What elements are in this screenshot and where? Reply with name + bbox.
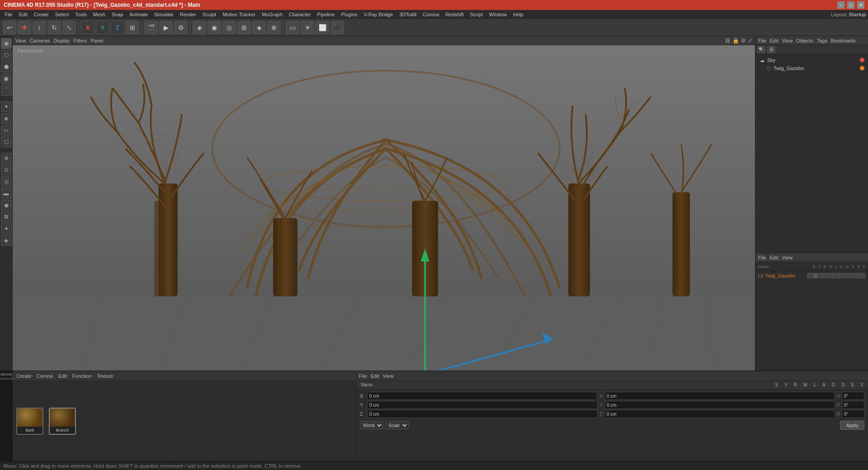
obj-icon-m[interactable]: ·	[825, 273, 830, 278]
menu-select[interactable]: Select	[52, 11, 72, 18]
menu-tools[interactable]: Tools	[72, 11, 90, 18]
menu-3dtoall[interactable]: 3DToAll	[396, 11, 419, 18]
viewport-menu-view[interactable]: View	[15, 38, 26, 43]
menu-window[interactable]: Window	[486, 11, 509, 18]
obj-menu-bookmarks[interactable]: Bookmarks	[831, 38, 856, 43]
menu-file[interactable]: File	[2, 11, 15, 18]
menu-plugins[interactable]: Plugins	[338, 11, 360, 18]
obj-menu-objects[interactable]: Objects	[796, 38, 813, 43]
menu-script[interactable]: Script	[467, 11, 486, 18]
close-button[interactable]: ✕	[857, 1, 864, 9]
undo-button[interactable]: ↩	[3, 21, 16, 34]
render-view-btn[interactable]: ◎	[222, 21, 236, 34]
apply-button[interactable]: Apply	[840, 421, 864, 430]
z-rot-input[interactable]	[604, 410, 835, 418]
mat-menu-function[interactable]: Function	[71, 373, 93, 379]
obj-menu-edit[interactable]: Edit	[770, 38, 778, 43]
p-input[interactable]	[842, 401, 864, 409]
mat-menu-corona[interactable]: Corona	[35, 373, 55, 379]
floor-btn[interactable]: ▭	[286, 21, 299, 34]
obj-menu-tags[interactable]: Tags	[817, 38, 827, 43]
edge-mode-btn[interactable]: ⬢	[1, 61, 12, 72]
obj-search-btn[interactable]: 🔍	[757, 46, 765, 53]
vertex-mode-btn[interactable]: ⬡	[1, 50, 12, 61]
h-input[interactable]	[842, 392, 864, 400]
scale-tool[interactable]: ⤡	[62, 21, 76, 34]
select-tool-btn[interactable]: ✦	[1, 101, 12, 112]
menu-pipeline[interactable]: Pipeline	[314, 11, 337, 18]
menu-character[interactable]: Character	[286, 11, 313, 18]
inflate-btn[interactable]: ◉	[1, 200, 12, 211]
render-settings-btn[interactable]: ⚙	[174, 21, 188, 34]
obj-row-twig[interactable]: L0 Twig_Gazebo · · · · · · · · · ·	[757, 272, 866, 279]
scene-btn[interactable]: ⬛	[330, 21, 344, 34]
shading-btn[interactable]: ◈	[193, 21, 206, 34]
menu-create[interactable]: Create	[31, 11, 52, 18]
obj-icon-r[interactable]: ·	[819, 273, 824, 278]
mat-menu-edit[interactable]: Edit	[57, 373, 69, 379]
z-position-input[interactable]	[367, 410, 598, 418]
maximize-button[interactable]: □	[847, 1, 854, 9]
scale-dropdown[interactable]: Scale	[385, 421, 409, 429]
menu-corona[interactable]: Corona	[420, 11, 442, 18]
viewport-menu-filters[interactable]: Filters	[73, 38, 87, 43]
z-axis-btn[interactable]: Z	[111, 21, 124, 34]
viewport-menu-panel[interactable]: Panel	[90, 38, 103, 43]
material-bark[interactable]: Bark	[16, 408, 43, 435]
menu-mograph[interactable]: MoGraph	[259, 11, 285, 18]
world-dropdown[interactable]: World	[360, 421, 383, 429]
wireframe-btn[interactable]: ◉	[208, 21, 221, 34]
spline-mode-btn[interactable]: ⌒	[1, 85, 12, 96]
brush-btn[interactable]: ⊙	[1, 164, 12, 175]
obj-filter-btn[interactable]: ☰	[767, 46, 775, 53]
menu-sculpt[interactable]: Sculpt	[200, 11, 219, 18]
attr-menu-view[interactable]: View	[383, 373, 394, 379]
move-tool[interactable]: ↕	[33, 21, 46, 34]
poly-mode-btn[interactable]: ▣	[1, 73, 12, 84]
x-rot-input[interactable]	[604, 392, 835, 400]
menu-snap[interactable]: Snap	[109, 11, 126, 18]
obj-bot-menu-file[interactable]: File	[758, 255, 766, 260]
render-active-btn[interactable]: ▶	[159, 21, 173, 34]
y-position-input[interactable]	[367, 401, 598, 409]
obj-icon-a[interactable]: ·	[836, 273, 842, 278]
viewport-icon-lock[interactable]: 🔒	[732, 38, 739, 44]
obj-icon-s[interactable]: ·	[807, 273, 812, 278]
pinch-btn[interactable]: ✦	[1, 223, 12, 234]
flatten-btn[interactable]: ▬	[1, 188, 12, 199]
menu-mesh[interactable]: Mesh	[90, 11, 108, 18]
material-branch[interactable]: Branch	[49, 408, 76, 435]
rect-select-btn[interactable]: ▭	[1, 125, 12, 136]
y-rot-input[interactable]	[604, 401, 835, 409]
menu-render[interactable]: Render	[177, 11, 199, 18]
grid-btn[interactable]: ⊞	[237, 21, 251, 34]
all-axes-btn[interactable]: ⊞	[126, 21, 139, 34]
obj-icon-g[interactable]: ·	[842, 273, 848, 278]
menu-help[interactable]: Help	[510, 11, 526, 18]
obj-icon-d[interactable]: ·	[848, 273, 854, 278]
live-select-btn[interactable]: ◈	[1, 113, 12, 124]
menu-motion-tracker[interactable]: Motion Tracker	[220, 11, 258, 18]
wax-btn[interactable]: ⌘	[1, 212, 12, 222]
camera-btn[interactable]: ⬜	[316, 21, 329, 34]
new-object-button[interactable]: ✚	[18, 21, 31, 34]
obj-icon-l[interactable]: ·	[830, 273, 836, 278]
obj-icon-x[interactable]: ·	[860, 273, 865, 278]
x-position-input[interactable]	[367, 392, 597, 400]
viewport-icon-maximize[interactable]: ⤢	[748, 38, 752, 44]
snap-btn[interactable]: ◈	[252, 21, 266, 34]
minimize-button[interactable]: −	[837, 1, 844, 9]
magnet-btn[interactable]: ⊕	[1, 153, 12, 164]
viewport-icon-link[interactable]: ⛓	[725, 38, 731, 44]
obj-sky[interactable]: ☁ Sky	[757, 56, 866, 64]
relax-btn[interactable]: ◈	[1, 235, 12, 246]
obj-menu-file[interactable]: File	[758, 38, 766, 43]
y-axis-btn[interactable]: Y	[96, 21, 109, 34]
object-mode-btn[interactable]: ◉	[1, 38, 12, 49]
attr-menu-file[interactable]: File	[359, 373, 367, 379]
obj-twig-gazebo[interactable]: ⬡ Twig_Gazebo	[757, 64, 866, 72]
menu-animate[interactable]: Animate	[127, 11, 151, 18]
menu-redshift[interactable]: Redshift	[443, 11, 466, 18]
viewport-icon-settings[interactable]: ⚙	[741, 38, 746, 44]
obj-bot-menu-view[interactable]: View	[782, 255, 793, 260]
